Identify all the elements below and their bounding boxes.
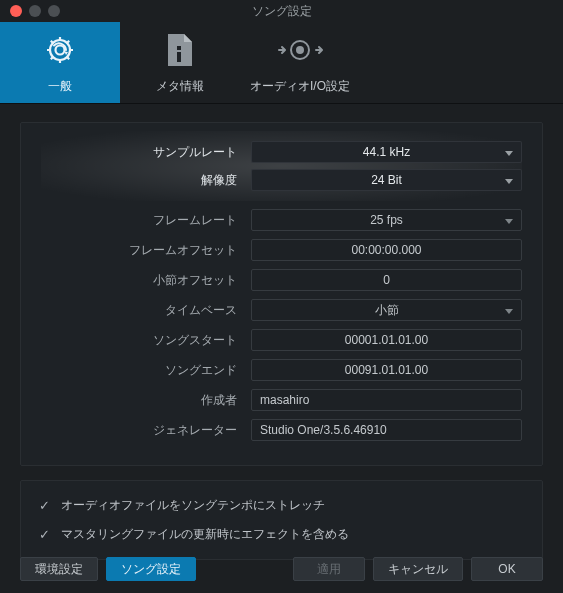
value: 00001.01.01.00	[345, 333, 428, 347]
input-song-end[interactable]: 00091.01.01.00	[251, 359, 522, 381]
svg-point-5	[296, 46, 304, 54]
label-frame-offset: フレームオフセット	[41, 242, 251, 259]
input-author[interactable]: masahiro	[251, 389, 522, 411]
label-resolution: 解像度	[41, 172, 251, 189]
audio-io-icon	[275, 30, 325, 70]
highlight-region: サンプルレート 44.1 kHz 解像度 24 Bit	[41, 131, 522, 201]
label-song-end: ソングエンド	[41, 362, 251, 379]
tab-general[interactable]: 一般	[0, 22, 120, 103]
tab-label: オーディオI/O設定	[250, 78, 350, 95]
input-frame-offset[interactable]: 00:00:00.000	[251, 239, 522, 261]
value: 24 Bit	[371, 173, 402, 187]
tab-bar: 一般 メタ情報 オーディオI/O設定	[0, 22, 563, 104]
input-bar-offset[interactable]: 0	[251, 269, 522, 291]
value: 00091.01.01.00	[345, 363, 428, 377]
minimize-icon[interactable]	[29, 5, 41, 17]
label-bar-offset: 小節オフセット	[41, 272, 251, 289]
svg-rect-3	[177, 52, 181, 62]
apply-button[interactable]: 適用	[293, 557, 365, 581]
gear-icon	[41, 30, 79, 70]
footer: 環境設定 ソング設定 適用 キャンセル OK	[0, 557, 563, 581]
cancel-button[interactable]: キャンセル	[373, 557, 463, 581]
checkmark-icon: ✓	[37, 499, 51, 513]
tab-meta[interactable]: メタ情報	[120, 22, 240, 103]
checkmark-icon: ✓	[37, 528, 51, 542]
window-title: ソング設定	[0, 3, 563, 20]
input-generator[interactable]: Studio One/3.5.6.46910	[251, 419, 522, 441]
label-song-start: ソングスタート	[41, 332, 251, 349]
row-song-start: ソングスタート 00001.01.01.00	[41, 329, 522, 351]
input-song-start[interactable]: 00001.01.01.00	[251, 329, 522, 351]
tab-label: 一般	[48, 78, 72, 95]
close-icon[interactable]	[10, 5, 22, 17]
content: サンプルレート 44.1 kHz 解像度 24 Bit	[0, 104, 563, 572]
checkbox-master-fx[interactable]: ✓ マスタリングファイルの更新時にエフェクトを含める	[35, 520, 528, 549]
info-file-icon	[165, 30, 195, 70]
label-timebase: タイムベース	[41, 302, 251, 319]
label-author: 作成者	[41, 392, 251, 409]
value: masahiro	[260, 393, 309, 407]
row-sample-rate: サンプルレート 44.1 kHz	[41, 141, 522, 163]
label-sample-rate: サンプルレート	[41, 144, 251, 161]
window-controls	[0, 5, 60, 17]
select-timebase[interactable]: 小節	[251, 299, 522, 321]
ok-button[interactable]: OK	[471, 557, 543, 581]
value: 44.1 kHz	[363, 145, 410, 159]
checkbox-stretch-audio[interactable]: ✓ オーディオファイルをソングテンポにストレッチ	[35, 491, 528, 520]
row-resolution: 解像度 24 Bit	[41, 169, 522, 191]
settings-panel: サンプルレート 44.1 kHz 解像度 24 Bit	[20, 122, 543, 466]
row-frame-rate: フレームレート 25 fps	[41, 209, 522, 231]
tab-audio-io[interactable]: オーディオI/O設定	[240, 22, 360, 103]
select-sample-rate[interactable]: 44.1 kHz	[251, 141, 522, 163]
value: Studio One/3.5.6.46910	[260, 423, 387, 437]
value: 25 fps	[370, 213, 403, 227]
checkbox-label: マスタリングファイルの更新時にエフェクトを含める	[61, 526, 349, 543]
svg-point-1	[56, 46, 65, 55]
label-generator: ジェネレーター	[41, 422, 251, 439]
titlebar: ソング設定	[0, 0, 563, 22]
value: 小節	[375, 302, 399, 319]
row-timebase: タイムベース 小節	[41, 299, 522, 321]
select-frame-rate[interactable]: 25 fps	[251, 209, 522, 231]
select-resolution[interactable]: 24 Bit	[251, 169, 522, 191]
tab-label: メタ情報	[156, 78, 204, 95]
zoom-icon[interactable]	[48, 5, 60, 17]
row-generator: ジェネレーター Studio One/3.5.6.46910	[41, 419, 522, 441]
value: 0	[383, 273, 390, 287]
env-settings-button[interactable]: 環境設定	[20, 557, 98, 581]
chevron-down-icon	[505, 173, 513, 187]
label-frame-rate: フレームレート	[41, 212, 251, 229]
row-author: 作成者 masahiro	[41, 389, 522, 411]
chevron-down-icon	[505, 145, 513, 159]
options-panel: ✓ オーディオファイルをソングテンポにストレッチ ✓ マスタリングファイルの更新…	[20, 480, 543, 560]
song-settings-button[interactable]: ソング設定	[106, 557, 196, 581]
chevron-down-icon	[505, 303, 513, 317]
value: 00:00:00.000	[351, 243, 421, 257]
chevron-down-icon	[505, 213, 513, 227]
svg-rect-2	[177, 46, 181, 50]
row-song-end: ソングエンド 00091.01.01.00	[41, 359, 522, 381]
row-bar-offset: 小節オフセット 0	[41, 269, 522, 291]
row-frame-offset: フレームオフセット 00:00:00.000	[41, 239, 522, 261]
checkbox-label: オーディオファイルをソングテンポにストレッチ	[61, 497, 325, 514]
